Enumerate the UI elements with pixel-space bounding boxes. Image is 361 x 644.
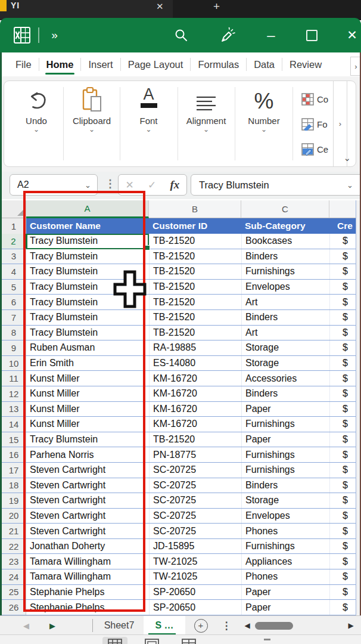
- cell-amount[interactable]: $: [329, 509, 356, 524]
- cell-sub-category[interactable]: Binders: [241, 310, 329, 325]
- next-sheet-icon[interactable]: ▶: [46, 616, 58, 635]
- cell-amount[interactable]: $: [329, 554, 356, 569]
- cell-sub-category[interactable]: Furnishings: [241, 264, 329, 279]
- cell-customer-id[interactable]: TB-21520: [149, 326, 241, 340]
- tab-home[interactable]: Home: [39, 52, 81, 76]
- add-sheet-button[interactable]: +: [193, 616, 208, 635]
- name-box-chevron-icon[interactable]: ⌄: [85, 181, 91, 190]
- cell-customer-id[interactable]: TW-21025: [149, 569, 241, 584]
- cell-customer-name[interactable]: Stephanie Phelps: [26, 585, 149, 600]
- cell-sub-category[interactable]: Furnishings: [241, 539, 329, 554]
- scroll-right-icon[interactable]: ▶: [347, 616, 355, 635]
- row-number[interactable]: 11: [2, 371, 26, 386]
- quick-access-overflow-icon[interactable]: »: [45, 18, 64, 52]
- cell-customer-id[interactable]: ES-14080: [149, 356, 241, 371]
- cell-sub-category[interactable]: Binders: [241, 386, 329, 401]
- cell-customer-id[interactable]: SP-20650: [149, 585, 241, 600]
- sheet-options-icon[interactable]: ⋮: [220, 616, 232, 635]
- cell-customer-name[interactable]: Steven Cartwright: [26, 493, 149, 508]
- cell-sub-category[interactable]: Binders: [241, 478, 329, 493]
- cell-customer-name[interactable]: Tracy Blumstein: [26, 432, 149, 447]
- name-box[interactable]: A2 ⌄: [10, 174, 98, 196]
- cell-customer-name[interactable]: Parhena Norris: [26, 447, 149, 462]
- row-number[interactable]: 13: [2, 402, 26, 417]
- cancel-icon[interactable]: ✕: [126, 179, 134, 191]
- cell-customer-name[interactable]: Tracy Blumstein: [26, 326, 149, 340]
- cell-sub-category[interactable]: Furnishings: [241, 447, 329, 462]
- formula-expand-chevron-icon[interactable]: ⌄: [347, 181, 353, 190]
- collapse-ribbon-icon[interactable]: ⌄: [343, 154, 351, 162]
- scroll-left-icon[interactable]: ◀: [243, 616, 251, 635]
- cell-amount[interactable]: $: [329, 386, 356, 401]
- tab-page-layout[interactable]: Page Layout: [121, 52, 191, 76]
- cell-customer-name[interactable]: Ruben Ausman: [26, 340, 149, 355]
- cell-amount[interactable]: $: [329, 417, 356, 432]
- cell-sub-category[interactable]: Art: [241, 295, 329, 309]
- cell-sub-category[interactable]: Appliances: [241, 554, 329, 569]
- number-chevron-icon[interactable]: ⌄: [261, 126, 267, 132]
- row-number[interactable]: 24: [2, 569, 26, 584]
- cell-amount[interactable]: $: [329, 600, 356, 615]
- column-header-c[interactable]: C: [241, 200, 329, 218]
- minimize-button[interactable]: –: [261, 18, 281, 52]
- cell-customer-id[interactable]: SC-20725: [149, 509, 241, 524]
- row-number[interactable]: 14: [2, 417, 26, 432]
- row-number[interactable]: 3: [2, 249, 26, 264]
- cell-sub-category[interactable]: Furnishings: [241, 463, 329, 478]
- tab-close-icon[interactable]: ✕: [156, 1, 164, 12]
- cell-customer-id[interactable]: KM-16720: [149, 402, 241, 417]
- cell-amount[interactable]: $: [329, 432, 356, 447]
- alignment-group[interactable]: Alignment ⌄: [178, 81, 234, 166]
- cell-sub-category[interactable]: Binders: [241, 249, 329, 264]
- cell-sub-category[interactable]: Bookcases: [241, 234, 329, 249]
- header-sub-category[interactable]: Sub-Category: [241, 218, 329, 234]
- row-number[interactable]: 18: [2, 478, 26, 493]
- cell-customer-name[interactable]: Kunst Miller: [26, 386, 149, 401]
- cell-amount[interactable]: $: [329, 280, 356, 295]
- cell-sub-category[interactable]: Phones: [241, 569, 329, 584]
- cell-sub-category[interactable]: Phones: [241, 524, 329, 538]
- cell-customer-name[interactable]: Tracy Blumstein: [26, 310, 149, 325]
- page-break-view-icon[interactable]: [182, 639, 196, 644]
- row-number[interactable]: 20: [2, 509, 26, 524]
- number-group[interactable]: % Number ⌄: [235, 81, 292, 166]
- cell-customer-name[interactable]: Kunst Miller: [26, 417, 149, 432]
- row-number[interactable]: 7: [2, 310, 26, 325]
- cell-amount[interactable]: $: [329, 340, 356, 355]
- cell-customer-id[interactable]: TB-21520: [149, 310, 241, 325]
- header-customer-id[interactable]: Customer ID: [149, 218, 241, 234]
- cell-amount[interactable]: $: [329, 447, 356, 462]
- cell-customer-id[interactable]: SC-20725: [149, 524, 241, 538]
- cell-customer-id[interactable]: TB-21520: [149, 295, 241, 309]
- cell-customer-name[interactable]: Tracy Blumstein: [26, 249, 149, 264]
- cell-customer-id[interactable]: TB-21520: [149, 280, 241, 295]
- cell-amount[interactable]: $: [329, 402, 356, 417]
- cell-sub-category[interactable]: Storage: [241, 340, 329, 355]
- cell-customer-id[interactable]: RA-19885: [149, 340, 241, 355]
- cell-amount[interactable]: $: [329, 585, 356, 600]
- cell-customer-id[interactable]: SP-20650: [149, 600, 241, 615]
- cell-sub-category[interactable]: Art: [241, 326, 329, 340]
- undo-chevron-icon[interactable]: ⌄: [33, 126, 39, 132]
- tab-file[interactable]: File: [8, 52, 39, 76]
- row-number[interactable]: 9: [2, 340, 26, 355]
- cell-customer-id[interactable]: TB-21520: [149, 234, 241, 249]
- cell-amount[interactable]: $: [329, 371, 356, 386]
- select-all-corner[interactable]: [2, 200, 26, 218]
- horizontal-scrollbar-thumb[interactable]: [255, 622, 293, 630]
- cell-customer-id[interactable]: SC-20725: [149, 463, 241, 478]
- tab-insert[interactable]: Insert: [81, 52, 120, 76]
- cell-customer-name[interactable]: Steven Cartwright: [26, 463, 149, 478]
- cell-amount[interactable]: $: [329, 264, 356, 279]
- alignment-chevron-icon[interactable]: ⌄: [203, 126, 209, 132]
- enter-icon[interactable]: ✓: [148, 179, 156, 191]
- row-number[interactable]: 26: [2, 600, 26, 615]
- format-as-table-button[interactable]: Fo: [301, 117, 328, 131]
- cell-sub-category[interactable]: Paper: [241, 432, 329, 447]
- cell-amount[interactable]: $: [329, 539, 356, 554]
- row-number[interactable]: 16: [2, 447, 26, 462]
- editing-pen-icon[interactable]: [217, 18, 237, 52]
- cell-customer-name[interactable]: Erin Smith: [26, 356, 149, 371]
- cell-customer-name[interactable]: Kunst Miller: [26, 371, 149, 386]
- normal-view-icon[interactable]: [108, 639, 122, 644]
